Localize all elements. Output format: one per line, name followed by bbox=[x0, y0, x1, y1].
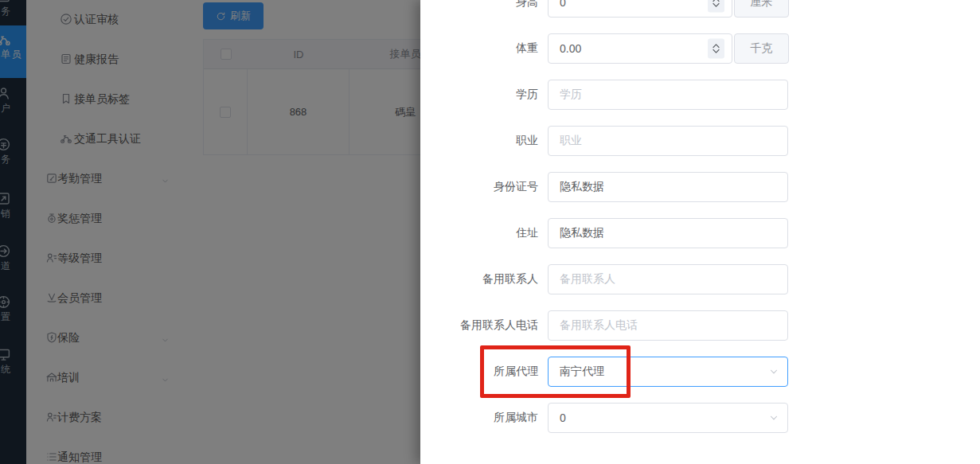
field-value: 0 bbox=[560, 411, 566, 424]
field-value: 0.00 bbox=[560, 42, 581, 55]
detail-drawer: 身高0厘米体重0.00千克学历学历职业职业身份证号隐私数据住址隐私数据备用联系人… bbox=[420, 0, 980, 464]
profile-form: 身高0厘米体重0.00千克学历学历职业职业身份证号隐私数据住址隐私数据备用联系人… bbox=[420, 0, 980, 449]
field-placeholder: 备用联系人 bbox=[560, 272, 615, 287]
form-row-1: 体重0.00千克 bbox=[420, 33, 980, 64]
number-input[interactable]: 0.00 bbox=[548, 33, 732, 64]
field-placeholder: 学历 bbox=[560, 88, 582, 102]
select-input[interactable]: 南宁代理 bbox=[548, 357, 788, 387]
field-label: 体重 bbox=[420, 41, 548, 56]
unit-addon: 千克 bbox=[734, 33, 789, 64]
form-row-8: 所属代理南宁代理 bbox=[420, 357, 980, 387]
chevron-down-icon bbox=[768, 366, 779, 377]
number-stepper[interactable] bbox=[708, 0, 724, 13]
field-label: 职业 bbox=[420, 134, 548, 148]
form-row-3: 职业职业 bbox=[420, 126, 980, 156]
field-label: 学历 bbox=[420, 88, 548, 102]
field-label: 所属代理 bbox=[420, 365, 548, 379]
field-value: 隐私数据 bbox=[560, 226, 604, 240]
text-input[interactable]: 隐私数据 bbox=[548, 172, 788, 202]
field-placeholder: 职业 bbox=[560, 134, 582, 148]
form-row-5: 住址隐私数据 bbox=[420, 218, 980, 248]
text-input[interactable]: 职业 bbox=[548, 126, 788, 156]
form-row-6: 备用联系人备用联系人 bbox=[420, 264, 980, 294]
field-label: 身高 bbox=[420, 0, 548, 10]
field-label: 住址 bbox=[420, 226, 548, 240]
form-row-0: 身高0厘米 bbox=[420, 0, 980, 18]
app-root: 务单员户务销道置统 认证审核健康报告接单员标签交通工具认证考勤管理奖惩管理等级管… bbox=[0, 0, 980, 464]
form-row-9: 所属城市0 bbox=[420, 403, 980, 433]
number-input[interactable]: 0 bbox=[548, 0, 732, 18]
field-value: 南宁代理 bbox=[560, 365, 604, 379]
field-label: 所属城市 bbox=[420, 411, 548, 425]
chevron-up-small bbox=[713, 44, 720, 49]
field-value: 0 bbox=[560, 0, 566, 9]
text-input[interactable]: 备用联系人电话 bbox=[548, 310, 788, 341]
number-stepper[interactable] bbox=[708, 39, 724, 59]
chevron-down-icon bbox=[768, 412, 779, 423]
field-label: 备用联系人电话 bbox=[420, 318, 548, 333]
form-row-4: 身份证号隐私数据 bbox=[420, 172, 980, 202]
field-value: 隐私数据 bbox=[560, 180, 604, 194]
form-row-2: 学历学历 bbox=[420, 80, 980, 110]
chevron-down-small bbox=[713, 49, 720, 54]
select-input[interactable]: 0 bbox=[548, 403, 788, 433]
text-input[interactable]: 备用联系人 bbox=[548, 264, 788, 294]
text-input[interactable]: 学历 bbox=[548, 80, 788, 110]
field-label: 身份证号 bbox=[420, 180, 548, 194]
unit-addon: 厘米 bbox=[734, 0, 789, 18]
text-input[interactable]: 隐私数据 bbox=[548, 218, 788, 248]
field-label: 备用联系人 bbox=[420, 272, 548, 287]
chevron-down-small bbox=[713, 3, 720, 8]
chevron-up-small bbox=[713, 0, 720, 2]
field-placeholder: 备用联系人电话 bbox=[560, 318, 638, 333]
form-row-7: 备用联系人电话备用联系人电话 bbox=[420, 310, 980, 341]
